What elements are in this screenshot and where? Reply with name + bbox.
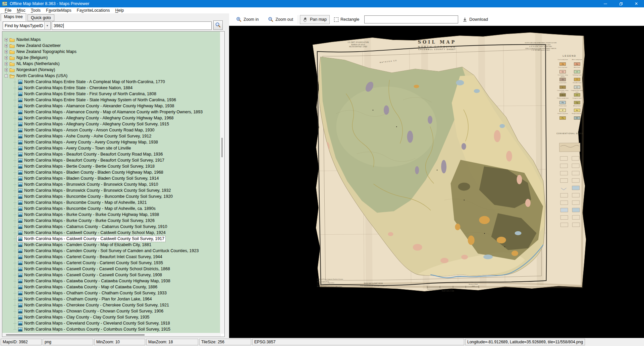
tree-item[interactable]: North Carolina Maps - Cabarrus County - … xyxy=(2,224,221,230)
tree-item[interactable]: North Carolina Maps Entire State - State… xyxy=(2,97,221,103)
collapse-icon[interactable]: - xyxy=(5,74,8,77)
map-thumbnail-icon xyxy=(18,309,22,313)
tab-maps-tree[interactable]: Maps tree xyxy=(1,13,26,21)
expand-icon[interactable]: + xyxy=(5,62,8,65)
tree-folder[interactable]: + Navitel.Maps xyxy=(2,37,221,43)
expand-icon[interactable]: + xyxy=(5,44,8,47)
menu-item[interactable]: FavoriteMaps xyxy=(43,8,74,13)
pan-hand-icon xyxy=(303,17,308,22)
tree-vertical-scrollbar[interactable] xyxy=(220,32,224,334)
tree-item[interactable]: North Carolina Maps - Chowan County - Ch… xyxy=(2,308,221,314)
menu-item[interactable]: Help xyxy=(112,8,126,13)
tree-item-label: North Carolina Maps - Cabarrus County - … xyxy=(24,224,167,229)
tree-item[interactable]: North Carolina Maps Entire State - Chero… xyxy=(2,85,221,91)
tree-item[interactable]: North Carolina Maps - Buncombe County - … xyxy=(2,206,221,212)
map-thumbnail-icon xyxy=(18,285,22,289)
tree-item[interactable]: North Carolina Maps - Carteret County - … xyxy=(2,260,221,266)
menu-item[interactable]: FavoriteLocations xyxy=(74,8,113,13)
map-thumbnail-icon xyxy=(18,231,22,235)
zoom-out-button[interactable]: Zoom out xyxy=(265,15,296,24)
tree-item[interactable]: North Carolina Maps - Bladen County - Bl… xyxy=(2,175,221,181)
expand-icon[interactable]: + xyxy=(5,56,8,59)
expand-icon[interactable]: + xyxy=(5,50,8,53)
tree-item[interactable]: North Carolina Maps - Cherokee County - … xyxy=(2,302,221,308)
tree-item-label: North Carolina Maps - Clay County - Clay… xyxy=(24,315,150,320)
tree-item[interactable]: North Carolina Maps - Beaufort County - … xyxy=(2,151,221,157)
map-preview-viewport[interactable]: SOIL MAP NORTH CAROLINA CALDWELL COUNTY … xyxy=(229,26,644,338)
map-thumbnail-icon xyxy=(18,237,22,241)
tab-quick-goto[interactable]: Quick goto xyxy=(28,14,54,21)
tree-item[interactable]: North Carolina Maps - Caswell County - C… xyxy=(2,266,221,272)
tree-item[interactable]: North Carolina Maps - Brunswick County -… xyxy=(2,187,221,193)
tree-item[interactable]: North Carolina Maps - Caldwell County - … xyxy=(2,230,221,236)
legend-item: Ashe sandy loam As xyxy=(571,59,584,66)
tree-item[interactable]: North Carolina Maps - Brunswick County -… xyxy=(2,181,221,187)
tree-item[interactable]: North Carolina Maps - Cleveland County -… xyxy=(2,320,221,326)
selection-input[interactable] xyxy=(364,15,458,23)
tree-item[interactable]: North Carolina Maps - Carteret County - … xyxy=(2,254,221,260)
tree-item[interactable]: North Carolina Maps - Bladen County - Bl… xyxy=(2,169,221,175)
tree-item[interactable]: North Carolina Maps - Catawba County - C… xyxy=(2,278,221,284)
tree-folder[interactable]: + New Zealand Gazetteer xyxy=(2,43,221,49)
tree-horizontal-scrollbar-thumb[interactable] xyxy=(6,334,145,336)
tree-item[interactable]: North Carolina Maps Entire State - First… xyxy=(2,91,221,97)
pan-map-button[interactable]: Pan map xyxy=(300,15,330,24)
find-by-dropdown[interactable]: Find by MapsTypeID ▼ xyxy=(3,21,51,30)
tree-item[interactable]: North Carolina Maps Entire State - A Com… xyxy=(2,79,221,85)
tree-item[interactable]: North Carolina Maps - Buncombe County - … xyxy=(2,199,221,206)
tree-item[interactable]: North Carolina Maps - Burke County - Bur… xyxy=(2,218,221,224)
download-button[interactable]: Download xyxy=(460,15,491,24)
panel-splitter[interactable] xyxy=(225,13,229,338)
tree-item[interactable]: North Carolina Maps - Avery County - Ave… xyxy=(2,139,221,145)
expand-icon[interactable]: + xyxy=(5,68,8,71)
tree-item[interactable]: North Carolina Maps - Caswell County - C… xyxy=(2,272,221,278)
tree-item[interactable]: North Carolina Maps - Catawba County - M… xyxy=(2,284,221,290)
search-button[interactable] xyxy=(213,20,223,30)
zoom-in-label: Zoom in xyxy=(244,17,259,22)
tree-folder[interactable]: + Norgeskart (Norway) xyxy=(2,67,221,73)
tree-item-label: North Carolina Maps - Burke County - Bur… xyxy=(24,212,159,217)
tree-item[interactable]: North Carolina Maps - Ashe County - Ashe… xyxy=(2,133,221,139)
zoom-in-button[interactable]: Zoom in xyxy=(233,15,262,24)
tree-item[interactable]: North Carolina Maps - Alleghany County -… xyxy=(2,121,221,127)
tree-item[interactable]: North Carolina Maps - Burke County - Bur… xyxy=(2,212,221,218)
search-input[interactable]: 3982 xyxy=(52,21,212,30)
map-thumbnail-icon xyxy=(18,128,22,132)
menu-item[interactable]: File xyxy=(2,8,14,13)
restore-button[interactable] xyxy=(613,0,629,7)
tree-item[interactable]: North Carolina Maps - Buncombe County - … xyxy=(2,193,221,199)
tree-item[interactable]: North Carolina Maps - Camden County - So… xyxy=(2,248,221,254)
tree-item[interactable]: North Carolina Maps - Beaufort County - … xyxy=(2,157,221,163)
menu-item[interactable]: Misc xyxy=(14,8,28,13)
map-thumbnail-icon xyxy=(18,92,22,96)
tree-item[interactable]: North Carolina Maps - Avery County - Tow… xyxy=(2,145,221,151)
legend-item-swatch: A xyxy=(574,70,580,73)
tree-item[interactable]: North Carolina Maps - Anson County - Ans… xyxy=(2,127,221,133)
rectangle-button[interactable]: Rectangle xyxy=(331,15,362,24)
chevron-down-icon[interactable]: ▼ xyxy=(44,22,50,29)
tree-item[interactable]: North Carolina Maps - Chatham County - P… xyxy=(2,296,221,302)
tree-folder-expanded[interactable]: - North Carolina Maps (USA) xyxy=(2,73,221,79)
expand-icon[interactable]: + xyxy=(5,38,8,41)
map-thumbnail-icon xyxy=(18,146,22,151)
tree-folder[interactable]: + New Zealand Topographic Maps xyxy=(2,49,221,55)
tree-item-label: North Carolina Maps - Chowan County - Ch… xyxy=(24,309,163,313)
tree-item[interactable]: North Carolina Maps - Chatham County - C… xyxy=(2,290,221,296)
tree-horizontal-scrollbar[interactable] xyxy=(2,333,221,337)
tree-item-label: North Carolina Maps - Alamance County - … xyxy=(24,104,174,108)
tree-item[interactable]: North Carolina Maps - Bertie County - Be… xyxy=(2,163,221,169)
tree-item[interactable]: North Carolina Maps - Alamance County - … xyxy=(2,109,221,115)
tree-vertical-scrollbar-thumb[interactable] xyxy=(221,138,223,157)
tree-item[interactable]: North Carolina Maps - Clay County - Clay… xyxy=(2,314,221,320)
tree-connector xyxy=(13,245,16,245)
tree-folder[interactable]: + NL Maps (Netherlands) xyxy=(2,61,221,67)
tree-item[interactable]: North Carolina Maps - Alleghany County -… xyxy=(2,115,221,121)
tree-item[interactable]: North Carolina Maps - Alamance County - … xyxy=(2,103,221,109)
minimize-button[interactable] xyxy=(598,0,613,7)
tree-item[interactable]: North Carolina Maps - Camden County - Ma… xyxy=(2,242,221,248)
tree-item[interactable]: North Carolina Maps - Caldwell County - … xyxy=(2,236,221,242)
tree-folder[interactable]: + Ngi.be (Belgium) xyxy=(2,55,221,61)
tree-item[interactable]: North Carolina Maps - Columbus County - … xyxy=(2,326,221,332)
close-button[interactable]: ✕ xyxy=(629,0,644,7)
menu-item[interactable]: Tools xyxy=(28,8,43,13)
